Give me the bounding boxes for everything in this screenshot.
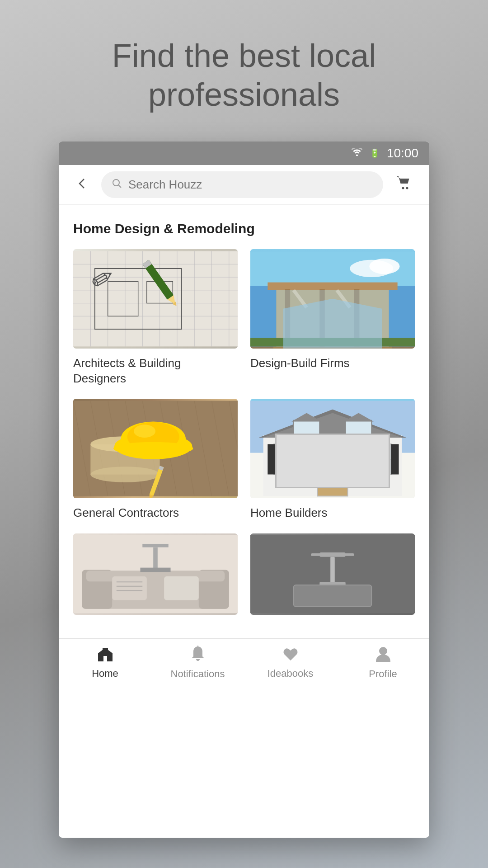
svg-rect-62: [267, 444, 275, 475]
svg-point-70: [341, 480, 346, 484]
svg-rect-68: [391, 444, 399, 475]
svg-rect-85: [142, 544, 168, 547]
svg-rect-95: [294, 585, 371, 607]
svg-rect-63: [309, 444, 316, 475]
back-button[interactable]: [72, 172, 92, 197]
svg-line-1: [119, 185, 122, 188]
architects-label: Architects & Building Designers: [73, 356, 238, 387]
contractors-image: [73, 399, 238, 498]
svg-point-53: [113, 442, 193, 455]
design-build-image: [250, 249, 415, 349]
svg-rect-69: [317, 466, 347, 496]
svg-rect-80: [112, 576, 147, 600]
svg-point-0: [113, 179, 119, 186]
svg-point-98: [379, 647, 387, 655]
search-input[interactable]: [128, 178, 372, 192]
hero-title: Find the best local professionals: [45, 36, 443, 114]
svg-rect-56: [263, 436, 402, 496]
svg-rect-93: [311, 553, 322, 556]
search-icon: [112, 179, 122, 190]
svg-rect-39: [250, 338, 415, 346]
svg-point-3: [406, 187, 408, 189]
nav-ideabooks-label: Ideabooks: [267, 668, 314, 679]
svg-rect-81: [164, 576, 199, 600]
svg-rect-4: [73, 251, 238, 346]
main-content: Home Design & Remodeling: [59, 205, 429, 638]
cart-button[interactable]: [392, 171, 416, 198]
category-architects[interactable]: Architects & Building Designers: [73, 249, 238, 387]
nav-home-label: Home: [92, 668, 118, 679]
svg-rect-79: [86, 571, 225, 582]
status-bar: 🔋 10:00: [59, 142, 429, 165]
svg-rect-96: [103, 648, 108, 652]
app-container: 🔋 10:00 Home Des: [59, 142, 429, 838]
nav-profile-label: Profile: [369, 668, 397, 680]
svg-point-54: [134, 425, 155, 438]
nav-notifications-label: Notifications: [171, 668, 225, 680]
ideabooks-icon: [282, 646, 299, 664]
architects-image: [73, 249, 238, 349]
home-builders-label: Home Builders: [250, 505, 415, 521]
contractors-label: General Contractors: [73, 505, 238, 521]
category-grid: Architects & Building Designers: [73, 249, 415, 622]
living-image: [73, 533, 238, 615]
hero-section: Find the best local professionals: [0, 0, 488, 142]
category-living[interactable]: [73, 533, 238, 622]
svg-rect-59: [274, 444, 309, 475]
svg-point-30: [369, 259, 399, 274]
nav-home[interactable]: Home: [59, 646, 151, 679]
svg-rect-90: [319, 552, 345, 557]
svg-rect-91: [330, 557, 335, 583]
notifications-icon: [190, 646, 206, 665]
svg-rect-64: [357, 444, 391, 475]
category-design-build[interactable]: Design-Build Firms: [250, 249, 415, 387]
svg-rect-36: [276, 290, 389, 347]
svg-rect-86: [153, 547, 158, 569]
svg-rect-94: [343, 553, 354, 556]
bathroom-image: [250, 533, 415, 615]
wifi-icon: [352, 148, 362, 158]
svg-rect-32: [267, 282, 397, 290]
profile-icon: [375, 646, 391, 665]
search-bar[interactable]: [101, 171, 383, 198]
section-title: Home Design & Remodeling: [73, 221, 415, 236]
category-home-builders[interactable]: Home Builders: [250, 399, 415, 521]
design-build-label: Design-Build Firms: [250, 356, 415, 371]
svg-rect-67: [349, 444, 357, 475]
category-contractors[interactable]: General Contractors: [73, 399, 238, 521]
bottom-nav: Home Notifications Ideabooks: [59, 638, 429, 688]
top-nav: [59, 165, 429, 205]
home-icon: [96, 646, 114, 664]
nav-ideabooks[interactable]: Ideabooks: [244, 646, 337, 679]
nav-profile[interactable]: Profile: [337, 646, 429, 680]
svg-point-2: [402, 187, 404, 189]
svg-rect-87: [140, 568, 170, 572]
svg-rect-73: [346, 420, 371, 438]
nav-notifications[interactable]: Notifications: [151, 646, 244, 680]
status-time: 10:00: [387, 146, 418, 160]
svg-rect-71: [294, 420, 319, 438]
category-bathroom[interactable]: [250, 533, 415, 622]
battery-icon: 🔋: [370, 148, 380, 158]
home-builders-image: [250, 399, 415, 498]
